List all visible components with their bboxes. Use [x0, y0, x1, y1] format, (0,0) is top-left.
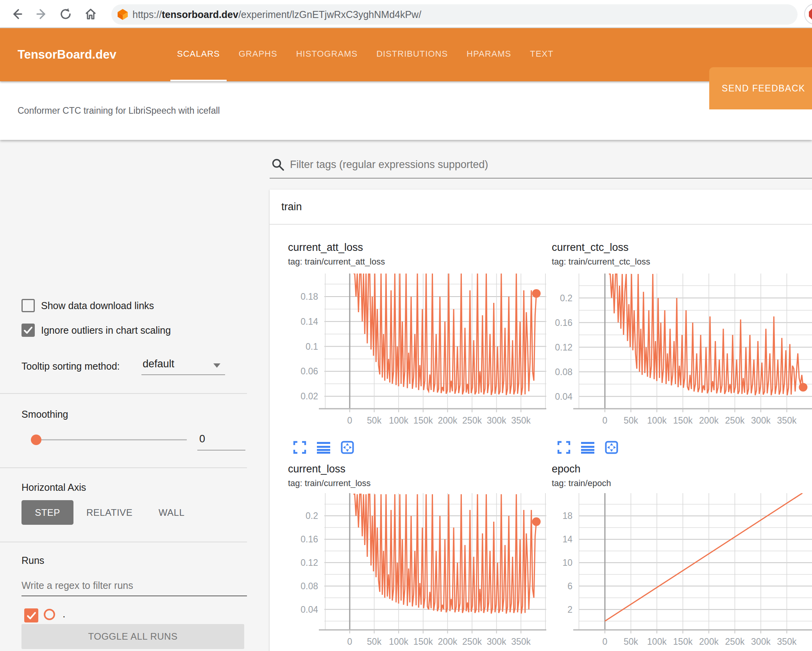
- browser-toolbar: https://tensorboard.dev/experiment/lzGnE…: [0, 0, 812, 28]
- horizontal-axis-label: Horizontal Axis: [21, 482, 86, 493]
- tab-histograms[interactable]: HISTOGRAMS: [290, 28, 365, 81]
- chart-plot-current-loss[interactable]: 050k100k150k200k250k300k350k0.040.080.12…: [294, 493, 549, 651]
- reload-icon[interactable]: [58, 6, 73, 22]
- tab-hparams[interactable]: HPARAMS: [460, 28, 518, 81]
- site-favicon: [117, 9, 129, 20]
- smoothing-label: Smoothing: [21, 409, 68, 420]
- chart-plot-current-ctc-loss[interactable]: 050k100k150k200k250k300k350k0.040.080.12…: [548, 274, 812, 430]
- expand-chart-icon[interactable]: [557, 441, 571, 454]
- svg-text:50k: 50k: [367, 637, 382, 647]
- extension-icon[interactable]: [804, 4, 812, 25]
- svg-text:0.08: 0.08: [300, 581, 318, 591]
- toggle-all-runs-button[interactable]: TOGGLE ALL RUNS: [21, 624, 244, 649]
- divider: [0, 393, 247, 394]
- url-bar[interactable]: https://tensorboard.dev/experiment/lzGnE…: [111, 4, 798, 25]
- check-icon: [23, 325, 33, 335]
- show-download-links-checkbox[interactable]: [21, 299, 35, 312]
- check-icon: [26, 610, 37, 621]
- svg-text:0.2: 0.2: [560, 293, 572, 303]
- log-scale-icon[interactable]: [581, 441, 594, 454]
- svg-text:0.04: 0.04: [555, 392, 572, 402]
- filter-tags-underline: [270, 178, 812, 179]
- smoothing-value[interactable]: 0: [199, 433, 205, 445]
- axis-relative-button[interactable]: RELATIVE: [87, 500, 132, 525]
- svg-text:0.06: 0.06: [300, 366, 318, 376]
- svg-text:0.08: 0.08: [555, 367, 572, 377]
- smoothing-slider[interactable]: [33, 439, 187, 440]
- home-icon[interactable]: [83, 6, 98, 22]
- tooltip-sorting-select[interactable]: default: [143, 358, 174, 370]
- train-section-header[interactable]: train: [270, 190, 812, 225]
- log-scale-icon[interactable]: [317, 441, 330, 454]
- divider: [0, 467, 247, 468]
- chart-tag: tag: train/current_loss: [288, 478, 371, 488]
- svg-text:350k: 350k: [777, 415, 797, 426]
- svg-text:300k: 300k: [487, 415, 506, 426]
- forward-icon[interactable]: [34, 6, 50, 22]
- axis-wall-button[interactable]: WALL: [154, 500, 189, 525]
- tensorboard-appbar: TensorBoard.dev SCALARS GRAPHS HISTOGRAM…: [0, 28, 812, 81]
- chart-plot-current-att-loss[interactable]: 050k100k150k200k250k300k350k0.020.060.10…: [294, 274, 549, 430]
- expand-chart-icon[interactable]: [293, 441, 306, 454]
- fit-domain-icon[interactable]: [605, 441, 618, 454]
- chart-tag: tag: train/current_att_loss: [288, 257, 385, 267]
- adblock-octagon-icon: [809, 8, 812, 20]
- tab-distributions[interactable]: DISTRIBUTIONS: [370, 28, 454, 81]
- svg-text:0: 0: [347, 637, 352, 647]
- svg-text:150k: 150k: [673, 415, 693, 426]
- svg-text:0.12: 0.12: [300, 558, 318, 568]
- svg-text:0: 0: [603, 637, 608, 647]
- settings-sidebar: Show data download links Ignore outliers…: [0, 140, 270, 651]
- run-color-swatch[interactable]: [44, 609, 55, 620]
- tab-text[interactable]: TEXT: [523, 28, 560, 81]
- experiment-title: Conformer CTC training for LibriSpeech w…: [18, 81, 220, 140]
- svg-text:50k: 50k: [624, 415, 639, 426]
- ignore-outliers-checkbox[interactable]: [21, 324, 35, 337]
- smoothing-slider-thumb[interactable]: [31, 435, 41, 445]
- chart-title: current_att_loss: [288, 241, 363, 254]
- filter-tags-input[interactable]: Filter tags (regular expressions support…: [290, 159, 488, 171]
- chart-plot-epoch[interactable]: 050k100k150k200k250k300k350k26101418: [548, 493, 812, 651]
- svg-text:200k: 200k: [699, 637, 719, 647]
- chart-toolbar: [293, 441, 354, 454]
- tensorboard-page: https://tensorboard.dev/experiment/lzGnE…: [0, 0, 812, 651]
- svg-text:350k: 350k: [511, 415, 531, 426]
- experiment-subtitle-bar: Conformer CTC training for LibriSpeech w…: [0, 81, 812, 140]
- svg-text:0.02: 0.02: [300, 391, 318, 401]
- svg-text:0.16: 0.16: [555, 318, 572, 328]
- svg-text:2: 2: [567, 604, 572, 615]
- svg-text:0.14: 0.14: [300, 317, 318, 327]
- search-icon: [271, 158, 284, 171]
- tensorboard-logo[interactable]: TensorBoard.dev: [18, 28, 116, 81]
- run-name: .: [63, 608, 66, 620]
- svg-text:250k: 250k: [462, 637, 482, 647]
- tab-graphs[interactable]: GRAPHS: [232, 28, 284, 81]
- runs-filter-input[interactable]: Write a regex to filter runs: [21, 580, 133, 591]
- svg-text:6: 6: [567, 581, 572, 591]
- svg-text:300k: 300k: [487, 637, 506, 647]
- fit-domain-icon[interactable]: [341, 441, 354, 454]
- svg-text:100k: 100k: [647, 637, 667, 647]
- tooltip-sorting-underline: [141, 374, 225, 375]
- svg-text:250k: 250k: [725, 415, 745, 426]
- chart-title: current_ctc_loss: [552, 241, 629, 254]
- svg-text:0.2: 0.2: [306, 511, 318, 521]
- svg-text:18: 18: [562, 511, 572, 521]
- svg-text:0: 0: [603, 415, 608, 426]
- tab-scalars[interactable]: SCALARS: [170, 28, 227, 81]
- chart-tag: tag: train/current_ctc_loss: [552, 257, 650, 267]
- svg-text:300k: 300k: [751, 637, 771, 647]
- send-feedback-button[interactable]: SEND FEEDBACK: [709, 67, 812, 109]
- nav-tabs: SCALARS GRAPHS HISTOGRAMS DISTRIBUTIONS …: [170, 28, 560, 81]
- svg-text:150k: 150k: [413, 415, 433, 426]
- back-icon[interactable]: [9, 6, 24, 22]
- svg-text:0.16: 0.16: [300, 534, 318, 544]
- svg-text:250k: 250k: [725, 637, 745, 647]
- run-checkbox[interactable]: [24, 608, 38, 622]
- axis-step-button[interactable]: STEP: [21, 500, 73, 525]
- chevron-down-icon[interactable]: [213, 363, 220, 368]
- svg-text:200k: 200k: [438, 637, 457, 647]
- chart-tag: tag: train/epoch: [552, 478, 611, 488]
- ignore-outliers-label: Ignore outliers in chart scaling: [41, 325, 171, 336]
- svg-text:250k: 250k: [462, 415, 482, 426]
